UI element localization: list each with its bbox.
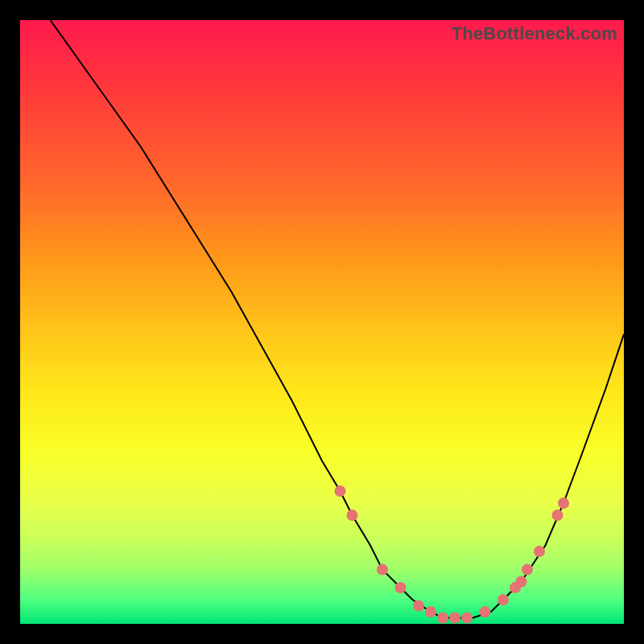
data-marker (335, 485, 346, 497)
data-marker (558, 497, 569, 509)
data-marker (497, 594, 509, 605)
data-marker (425, 606, 436, 617)
data-marker (347, 510, 358, 521)
data-marker (516, 576, 527, 588)
chart-container: TheBottleneck.com (0, 0, 644, 644)
data-marker (480, 606, 491, 617)
plot-area: TheBottleneck.com (20, 20, 624, 624)
curve-svg (20, 20, 624, 624)
data-marker (413, 601, 424, 612)
curve-line (51, 20, 625, 618)
data-marker (534, 546, 545, 557)
data-marker (552, 510, 564, 521)
data-marker (395, 582, 407, 593)
data-marker (522, 564, 533, 576)
data-marker (449, 613, 460, 624)
data-marker (437, 613, 448, 624)
data-marker (377, 564, 388, 576)
data-marker (461, 613, 473, 624)
markers-group (335, 485, 570, 624)
